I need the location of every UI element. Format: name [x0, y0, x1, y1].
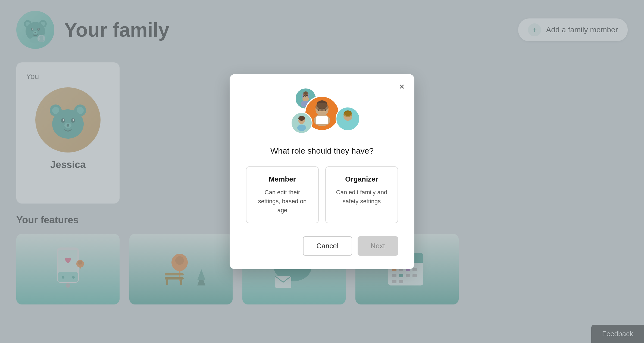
next-button[interactable]: Next — [358, 236, 398, 256]
role-options: Member Can edit their settings, based on… — [246, 166, 398, 223]
svg-rect-78 — [316, 116, 328, 124]
member-role-title: Member — [253, 175, 312, 183]
svg-point-65 — [302, 97, 309, 101]
svg-point-81 — [298, 116, 305, 121]
member-role-description: Can edit their settings, based on age — [253, 188, 312, 215]
modal-overlay: What role should they have? Member Can e… — [0, 0, 644, 343]
cancel-button[interactable]: Cancel — [303, 236, 352, 256]
svg-point-85 — [343, 112, 352, 117]
organizer-role-title: Organizer — [332, 175, 391, 183]
member-role-card[interactable]: Member Can edit their settings, based on… — [246, 166, 319, 223]
avatar-bottomleft — [291, 112, 312, 134]
modal-question: What role should they have? — [246, 146, 398, 155]
svg-point-80 — [297, 125, 306, 131]
svg-point-67 — [303, 91, 308, 96]
organizer-role-description: Can edit family and safety settings — [332, 188, 391, 206]
role-selection-modal: What role should they have? Member Can e… — [230, 74, 414, 269]
avatar-right — [336, 107, 360, 131]
modal-actions: Cancel Next — [246, 236, 398, 256]
svg-point-83 — [342, 121, 354, 128]
organizer-role-card[interactable]: Organizer Can edit family and safety set… — [325, 166, 398, 223]
modal-avatars — [246, 88, 398, 136]
